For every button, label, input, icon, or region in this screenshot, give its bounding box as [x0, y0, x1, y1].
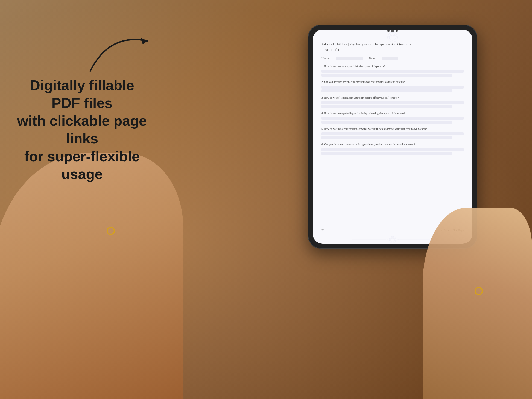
decorative-arrow: [82, 27, 159, 77]
promo-line2: with clickable page links: [16, 112, 148, 148]
page-number: 20: [321, 229, 324, 232]
question-6-text: 6. Can you share any memories or thought…: [321, 143, 464, 146]
name-date-row: Name: Date:: [321, 57, 464, 60]
answer-line-3b[interactable]: [321, 105, 452, 108]
question-6: 6. Can you share any memories or thought…: [321, 143, 464, 155]
promo-line1: Digitally fillable PDF files: [16, 77, 148, 112]
answer-line-3a[interactable]: [321, 101, 464, 104]
date-field[interactable]: [382, 57, 398, 60]
svg-point-2: [389, 34, 396, 40]
answer-line-1b[interactable]: [321, 74, 452, 77]
pdf-title-line2: – Part 1 of 4: [321, 47, 464, 52]
pdf-watermark-top: [376, 32, 409, 43]
answer-line-5a[interactable]: [321, 132, 464, 135]
name-label: Name:: [321, 57, 329, 60]
hand-left: [0, 153, 183, 399]
question-3: 3. How do your feelings about your birth…: [321, 96, 464, 108]
answer-line-6a[interactable]: [321, 148, 464, 151]
question-1-text: 1. How do you feel when you think about …: [321, 65, 464, 68]
question-5-text: 5. How do you think your emotions toward…: [321, 127, 464, 131]
question-4-text: 4. How do you manage feelings of curiosi…: [321, 112, 464, 115]
answer-line-4a[interactable]: [321, 117, 464, 120]
question-5: 5. How do you think your emotions toward…: [321, 127, 464, 139]
pdf-title: Adopted Children | Psychodynamic Therapy…: [321, 42, 464, 52]
svg-marker-0: [141, 38, 148, 44]
promo-text: Digitally fillable PDF files with clicka…: [16, 77, 148, 183]
svg-point-4: [390, 237, 395, 242]
hand-right: [423, 208, 532, 399]
answer-line-4b[interactable]: [321, 121, 452, 124]
question-3-text: 3. How do your feelings about your birth…: [321, 96, 464, 100]
question-2-text: 2. Can you describe any specific emotion…: [321, 80, 464, 84]
question-1: 1. How do you feel when you think about …: [321, 65, 464, 77]
question-2: 2. Can you describe any specific emotion…: [321, 80, 464, 92]
svg-point-1: [388, 32, 397, 42]
answer-line-2a[interactable]: [321, 86, 464, 89]
answer-line-6b[interactable]: [321, 152, 452, 155]
tablet-screen: Adopted Children | Psychodynamic Therapy…: [313, 30, 472, 244]
answer-line-2b[interactable]: [321, 89, 452, 92]
name-field[interactable]: [336, 57, 363, 60]
ring-right: [475, 287, 483, 295]
answer-line-1a[interactable]: [321, 70, 464, 73]
question-4: 4. How do you manage feelings of curiosi…: [321, 112, 464, 124]
ring-left: [107, 227, 115, 235]
answer-line-5b[interactable]: [321, 136, 452, 139]
promo-line3: for super-flexible usage: [16, 148, 148, 183]
pdf-content-area: Adopted Children | Psychodynamic Therapy…: [313, 30, 472, 226]
svg-point-3: [389, 236, 396, 243]
date-label: Date:: [369, 57, 375, 60]
